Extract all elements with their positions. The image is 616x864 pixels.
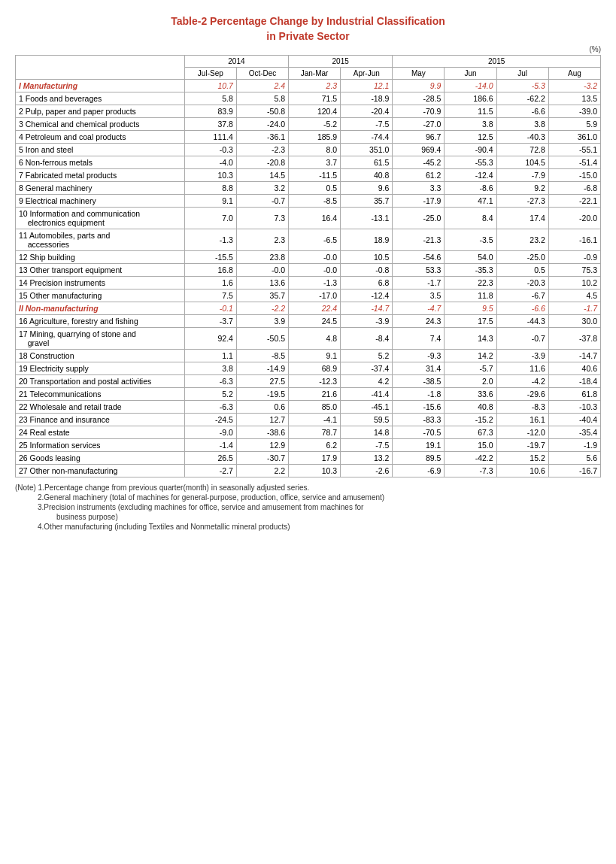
cell-8-6: 9.2 [496,182,548,195]
cell-11-5: -3.5 [445,229,496,251]
cell-I-3: 12.1 [341,80,393,92]
cell-23-0: -24.5 [184,414,236,426]
cell-8-5: -8.6 [445,182,496,195]
cell-14-3: 6.8 [341,277,393,290]
cell-9-7: -22.1 [548,195,600,208]
cell-20-0: -6.3 [184,375,236,388]
cell-7-0: 10.3 [184,169,236,182]
header-2014: 2014 [184,56,288,68]
header-oct-dec: Oct-Dec [236,68,288,80]
cell-27-2: 10.3 [289,465,341,477]
cell-14-4: -1.7 [393,277,445,290]
row-label-8: 8 General machinery [16,182,185,195]
cell-21-4: -1.8 [393,388,445,401]
cell-14-1: 13.6 [236,277,288,290]
cell-17-6: -0.7 [496,328,548,350]
cell-14-2: -1.3 [289,277,341,290]
cell-22-3: -45.1 [341,401,393,414]
cell-27-4: -6.9 [393,465,445,477]
cell-1-3: -18.9 [341,92,393,105]
row-label-9: 9 Electrical machinery [16,195,185,208]
header-2015-q1: 2015 [289,56,393,68]
cell-2-6: -6.6 [496,105,548,118]
table-row: 12 Ship building-15.523.8-0.010.5-54.654… [16,251,601,264]
row-label-11: 11 Automobiles, parts and accessories [16,229,185,251]
header-jun: Jun [445,68,496,80]
cell-12-4: -54.6 [393,251,445,264]
cell-23-2: -4.1 [289,414,341,426]
table-row: 7 Fabricated metal products10.314.5-11.5… [16,169,601,182]
cell-22-2: 85.0 [289,401,341,414]
notes-section: (Note) 1.Percentage change from previous… [15,484,601,531]
cell-11-6: 23.2 [496,229,548,251]
cell-16-4: 24.3 [393,315,445,328]
cell-7-6: -7.9 [496,169,548,182]
cell-1-5: 186.6 [445,92,496,105]
cell-24-5: 67.3 [445,426,496,439]
cell-13-5: -35.3 [445,264,496,277]
cell-3-1: -24.0 [236,118,288,131]
cell-II-5: 9.5 [445,302,496,315]
cell-17-3: -8.4 [341,328,393,350]
cell-7-7: -15.0 [548,169,600,182]
cell-10-1: 7.3 [236,208,288,229]
cell-4-3: -74.4 [341,131,393,144]
cell-21-7: 61.8 [548,388,600,401]
cell-II-7: -1.7 [548,302,600,315]
cell-16-3: -3.9 [341,315,393,328]
cell-11-0: -1.3 [184,229,236,251]
header-2015-monthly: 2015 [393,56,601,68]
cell-22-0: -6.3 [184,401,236,414]
cell-27-6: 10.6 [496,465,548,477]
table-row: 4 Petroleum and coal products111.4-36.11… [16,131,601,144]
cell-5-5: -90.4 [445,144,496,156]
cell-19-5: -5.7 [445,362,496,375]
cell-17-0: 92.4 [184,328,236,350]
cell-11-7: -16.1 [548,229,600,251]
table-row: 21 Telecommunications5.2-19.521.6-41.4-1… [16,388,601,401]
cell-8-3: 9.6 [341,182,393,195]
cell-7-5: -12.4 [445,169,496,182]
cell-I-2: 2.3 [289,80,341,92]
cell-7-3: 40.8 [341,169,393,182]
cell-23-4: -83.3 [393,414,445,426]
row-label-4: 4 Petroleum and coal products [16,131,185,144]
cell-14-7: 10.2 [548,277,600,290]
cell-15-2: -17.0 [289,290,341,302]
table-row: 15 Other manufacturing7.535.7-17.0-12.43… [16,290,601,302]
cell-8-7: -6.8 [548,182,600,195]
cell-17-4: 7.4 [393,328,445,350]
cell-4-6: -40.3 [496,131,548,144]
cell-22-7: -10.3 [548,401,600,414]
cell-2-7: -39.0 [548,105,600,118]
cell-26-7: 5.6 [548,452,600,465]
table-row: II Non-manufacturing-0.1-2.222.4-14.7-4.… [16,302,601,315]
cell-II-4: -4.7 [393,302,445,315]
cell-20-1: 27.5 [236,375,288,388]
note-4: 4.Other manufacturing (including Textile… [15,523,601,531]
cell-26-0: 26.5 [184,452,236,465]
cell-10-6: 17.4 [496,208,548,229]
cell-9-6: -27.3 [496,195,548,208]
cell-13-1: -0.0 [236,264,288,277]
cell-3-5: 3.8 [445,118,496,131]
cell-21-1: -19.5 [236,388,288,401]
cell-25-5: 15.0 [445,439,496,452]
cell-17-7: -37.8 [548,328,600,350]
row-label-5: 5 Iron and steel [16,144,185,156]
cell-8-2: 0.5 [289,182,341,195]
cell-17-1: -50.5 [236,328,288,350]
table-row: 24 Real estate-9.0-38.678.714.8-70.567.3… [16,426,601,439]
cell-1-1: 5.8 [236,92,288,105]
cell-17-2: 4.8 [289,328,341,350]
row-label-19: 19 Electricity supply [16,362,185,375]
cell-24-0: -9.0 [184,426,236,439]
row-label-16: 16 Agriculture, forestry and fishing [16,315,185,328]
note-3: 3.Precision instruments (excluding machi… [15,503,601,511]
cell-5-4: 969.4 [393,144,445,156]
cell-26-1: -30.7 [236,452,288,465]
cell-15-4: 3.5 [393,290,445,302]
row-label-17: 17 Mining, quarrying of stone and gravel [16,328,185,350]
cell-10-0: 7.0 [184,208,236,229]
table-row: 17 Mining, quarrying of stone and gravel… [16,328,601,350]
